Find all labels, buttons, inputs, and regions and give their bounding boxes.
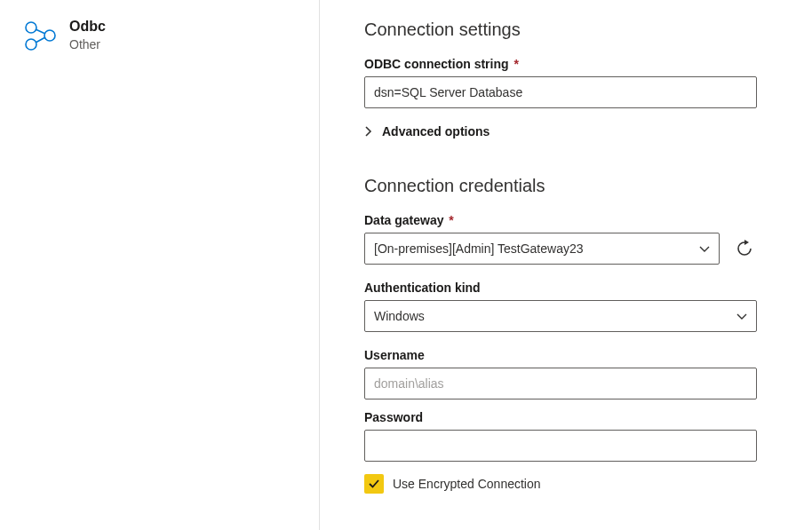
gateway-select[interactable]: [On-premises][Admin] TestGateway23 bbox=[364, 233, 720, 265]
gateway-label: Data gateway * bbox=[364, 213, 776, 227]
username-label: Username bbox=[364, 348, 776, 362]
connector-subtitle: Other bbox=[69, 37, 106, 52]
svg-line-3 bbox=[36, 29, 45, 34]
check-icon bbox=[368, 478, 380, 490]
encrypted-connection-checkbox[interactable] bbox=[364, 474, 384, 494]
chevron-right-icon bbox=[364, 125, 373, 138]
required-indicator: * bbox=[445, 213, 453, 227]
password-label: Password bbox=[364, 410, 776, 424]
required-indicator: * bbox=[511, 57, 519, 71]
svg-point-1 bbox=[26, 39, 36, 50]
connector-title: Odbc bbox=[69, 18, 106, 36]
auth-kind-select[interactable]: Windows bbox=[364, 300, 757, 332]
connection-string-input[interactable] bbox=[364, 76, 757, 108]
credentials-heading: Connection credentials bbox=[364, 174, 776, 197]
connector-sidebar: Odbc Other bbox=[0, 0, 320, 530]
odbc-icon bbox=[21, 18, 57, 53]
settings-heading: Connection settings bbox=[364, 18, 776, 41]
connection-form: Connection settings ODBC connection stri… bbox=[320, 0, 812, 530]
advanced-options-label: Advanced options bbox=[382, 124, 490, 138]
username-input[interactable] bbox=[364, 368, 757, 399]
connection-string-label: ODBC connection string * bbox=[364, 57, 776, 71]
encrypted-connection-label: Use Encrypted Connection bbox=[393, 477, 541, 491]
password-input[interactable] bbox=[364, 430, 757, 462]
svg-point-2 bbox=[44, 30, 55, 41]
svg-line-4 bbox=[36, 37, 45, 43]
advanced-options-toggle[interactable]: Advanced options bbox=[364, 124, 776, 138]
refresh-icon bbox=[735, 239, 754, 258]
refresh-gateway-button[interactable] bbox=[732, 236, 757, 261]
svg-point-0 bbox=[26, 22, 36, 33]
auth-kind-label: Authentication kind bbox=[364, 281, 776, 295]
